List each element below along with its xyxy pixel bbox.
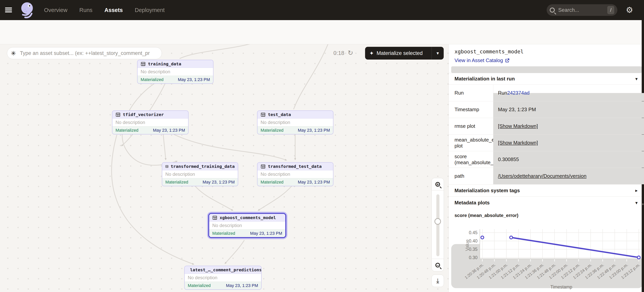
asset-graph-canvas[interactable]: training_dataNo descriptionMaterializedM… bbox=[0, 44, 448, 292]
asset-description: No description bbox=[138, 68, 213, 76]
refresh-timer: 0:18 bbox=[334, 50, 344, 56]
asset-subset-filter-input[interactable] bbox=[7, 47, 162, 59]
materialize-selected-button[interactable]: ✦ Materialize selected ▾ bbox=[365, 47, 444, 60]
asset-node-footer: MaterializedMay 23, 1:23 PM bbox=[112, 126, 188, 134]
asset-node-footer: MaterializedMay 23, 1:23 PM bbox=[258, 178, 333, 186]
metadata-value: /Users/odetteharary/Documents/version bbox=[493, 168, 644, 184]
chart-title: score (mean_absolute_error) bbox=[454, 213, 518, 218]
global-search[interactable]: / bbox=[547, 4, 617, 16]
run-id-link[interactable]: 242374ad bbox=[507, 90, 530, 96]
refresh-icon[interactable]: ↻ bbox=[348, 49, 353, 57]
asset-node-header: xgboost_comments_model bbox=[209, 214, 285, 222]
asset-node[interactable]: transformed_test_dataNo descriptionMater… bbox=[257, 162, 334, 186]
section-materialization-system-tags[interactable]: Materialization system tags ▸ bbox=[449, 184, 644, 196]
gear-icon[interactable]: ⚙︎ bbox=[626, 6, 633, 14]
section-metadata-plots[interactable]: Metadata plots ▾ bbox=[449, 196, 644, 209]
metadata-value-link[interactable]: /Users/odetteharary/Documents/version bbox=[498, 173, 586, 179]
table-icon bbox=[140, 62, 146, 66]
svg-text:0.30: 0.30 bbox=[469, 255, 478, 260]
asset-description: No description bbox=[258, 170, 333, 178]
score-line-chart: 0.300.350.400.45Value1:20:36 p.m.1:20:48… bbox=[449, 220, 644, 292]
metadata-table: RunRun 242374adTimestampMay 23, 1:23 PMr… bbox=[449, 85, 644, 184]
asset-node-footer: MaterializedMay 23, 1:23 PM bbox=[138, 76, 213, 83]
dagster-logo[interactable] bbox=[20, 2, 35, 19]
metadata-key: path bbox=[449, 168, 493, 184]
table-row: RunRun 242374ad bbox=[449, 85, 644, 101]
zoom-in-button[interactable]: + bbox=[432, 178, 444, 190]
status-badge: Materialized bbox=[140, 77, 164, 82]
chevron-down-icon: ▾ bbox=[635, 200, 638, 206]
zoom-out-button[interactable]: – bbox=[432, 259, 444, 271]
asset-node-header: training_data bbox=[138, 60, 213, 68]
metadata-key: mean_absolute_error plot bbox=[449, 135, 493, 151]
nav-item-overview[interactable]: Overview bbox=[44, 7, 68, 13]
materialization-timestamp[interactable]: May 23, 1:23 PM bbox=[153, 128, 185, 133]
nav-item-assets[interactable]: Assets bbox=[104, 7, 123, 13]
materialize-dropdown-caret[interactable]: ▾ bbox=[432, 51, 444, 56]
asset-node[interactable]: xgboost_comments_modelNo descriptionMate… bbox=[208, 213, 286, 238]
asset-node[interactable]: test_dataNo descriptionMaterializedMay 2… bbox=[257, 110, 334, 134]
table-icon bbox=[212, 215, 217, 220]
lineage-edge bbox=[294, 44, 328, 109]
asset-node[interactable]: latest_…_comment_predictionsNo descripti… bbox=[184, 266, 262, 290]
asset-node[interactable]: training_dataNo descriptionMaterializedM… bbox=[137, 60, 214, 84]
chevron-down-icon: ▾ bbox=[635, 76, 638, 82]
asset-description: No description bbox=[112, 119, 188, 126]
asset-node[interactable]: tfidf_vectorizerNo descriptionMaterializ… bbox=[112, 110, 188, 134]
asset-name: tfidf_vectorizer bbox=[123, 112, 164, 117]
asset-node-footer: MaterializedMay 23, 1:23 PM bbox=[185, 281, 261, 289]
asset-node[interactable]: transformed_training_dataNo descriptionM… bbox=[162, 162, 238, 186]
status-badge: Materialized bbox=[260, 180, 284, 185]
asset-node-footer: MaterializedMay 23, 1:23 PM bbox=[162, 178, 238, 186]
search-shortcut-badge: / bbox=[607, 6, 614, 14]
zoom-slider[interactable] bbox=[436, 194, 440, 256]
search-input[interactable] bbox=[558, 7, 593, 13]
table-row: TimestampMay 23, 1:23 PM bbox=[449, 101, 644, 118]
asset-node-header: transformed_training_data bbox=[162, 163, 238, 170]
status-badge: Materialized bbox=[260, 128, 284, 133]
asset-node-header: test_data bbox=[258, 111, 333, 119]
status-badge: Materialized bbox=[165, 180, 188, 185]
asset-node-header: latest_…_comment_predictions bbox=[185, 266, 261, 274]
nav-item-runs[interactable]: Runs bbox=[80, 7, 92, 13]
materialization-timestamp[interactable]: May 23, 1:23 PM bbox=[178, 77, 210, 82]
metadata-value-text: May 23, 1:23 PM bbox=[498, 107, 536, 113]
asset-details-panel: xgboost_comments_model View in Asset Cat… bbox=[448, 44, 644, 292]
materialization-timestamp[interactable]: May 23, 1:23 PM bbox=[250, 231, 282, 236]
metadata-value-text: 0.300855 bbox=[498, 156, 519, 162]
page-header: Global Asset Lineage ↻ Reload definition… bbox=[0, 20, 644, 44]
materialization-timestamp[interactable]: May 23, 1:23 PM bbox=[203, 180, 235, 185]
svg-text:Timestamp: Timestamp bbox=[550, 284, 572, 289]
lineage-edge bbox=[225, 240, 244, 264]
metadata-value-link[interactable]: [Show Markdown] bbox=[498, 140, 538, 146]
nav-items: Overview Runs Assets Deployment bbox=[44, 0, 176, 20]
metadata-value: [Show Markdown] bbox=[493, 118, 644, 134]
external-link-icon bbox=[505, 58, 510, 63]
asset-name: test_data bbox=[268, 112, 291, 117]
lineage-edge bbox=[174, 134, 287, 160]
svg-text:0.45: 0.45 bbox=[469, 230, 478, 235]
zoom-slider-thumb[interactable] bbox=[434, 218, 441, 225]
status-badge: Materialized bbox=[116, 128, 138, 133]
hamburger-menu-icon[interactable] bbox=[5, 7, 12, 14]
lineage-edge bbox=[163, 134, 166, 160]
download-image-button[interactable]: ⤓ bbox=[432, 274, 444, 287]
sparkle-icon: ✦ bbox=[369, 50, 374, 57]
status-badge: Materialized bbox=[212, 231, 235, 236]
zoom-out-icon: – bbox=[436, 263, 440, 267]
section-materialization-in-last-run[interactable]: Materialization in last run ▾ bbox=[449, 73, 644, 85]
loading-shimmer-band bbox=[451, 66, 642, 73]
metadata-value-link[interactable]: [Show Markdown] bbox=[498, 123, 538, 129]
asset-name: transformed_test_data bbox=[268, 164, 322, 169]
materialization-timestamp[interactable]: May 23, 1:23 PM bbox=[226, 283, 258, 288]
view-in-asset-catalog-link[interactable]: View in Asset Catalog bbox=[454, 58, 510, 63]
asset-node-footer: MaterializedMay 23, 1:23 PM bbox=[209, 229, 285, 237]
asset-description: No description bbox=[258, 119, 333, 126]
nav-item-deployment[interactable]: Deployment bbox=[135, 7, 165, 13]
top-nav: Overview Runs Assets Deployment / ⚙︎ bbox=[0, 0, 644, 20]
lineage-edge bbox=[195, 186, 233, 211]
table-row: mean_absolute_error plot[Show Markdown] bbox=[449, 134, 644, 151]
materialization-timestamp[interactable]: May 23, 1:23 PM bbox=[298, 180, 330, 185]
materialization-timestamp[interactable]: May 23, 1:23 PM bbox=[298, 128, 330, 133]
lineage-edge bbox=[180, 44, 253, 59]
